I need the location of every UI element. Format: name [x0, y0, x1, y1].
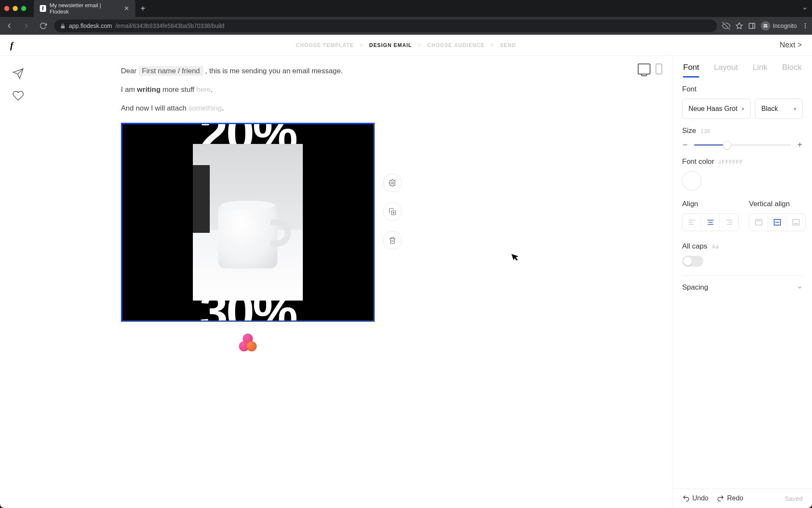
close-window-icon[interactable] — [4, 6, 9, 11]
tab-block[interactable]: Block — [782, 63, 801, 77]
flodesk-logo[interactable]: f — [10, 40, 13, 51]
font-color-hex: #FFFFFF — [719, 159, 743, 165]
undo-button[interactable]: Undo — [682, 494, 708, 502]
valign-middle-button[interactable] — [768, 214, 787, 231]
size-label: Size 130 — [682, 127, 803, 135]
maximize-window-icon[interactable] — [21, 6, 26, 11]
merge-tag-chip[interactable]: First name / friend — [139, 66, 203, 76]
tab-font[interactable]: Font — [683, 63, 699, 77]
step-choose-template[interactable]: CHOOSE TEMPLATE — [296, 42, 354, 48]
size-slider[interactable] — [694, 144, 791, 146]
incognito-icon — [761, 21, 770, 30]
block-settings-button[interactable] — [383, 174, 402, 192]
selected-image-block[interactable]: 20% 30% 30% 30% — [121, 123, 375, 322]
browser-toolbar: app.flodesk.com/email/6343b9334fe5843ba5… — [0, 17, 812, 35]
save-status: Saved — [785, 495, 803, 502]
email-line-2[interactable]: I am writing more stuff here. — [121, 86, 459, 94]
valign-top-button[interactable] — [749, 214, 768, 231]
left-rail — [0, 56, 36, 508]
align-center-button[interactable] — [701, 214, 720, 231]
svg-point-5 — [805, 23, 806, 25]
incognito-indicator[interactable]: Incognito — [761, 21, 797, 30]
back-button[interactable] — [3, 20, 15, 32]
new-tab-button[interactable]: + — [140, 4, 145, 14]
eye-off-icon[interactable] — [722, 22, 730, 30]
sidebar-footer: Undo Redo Saved — [673, 488, 812, 508]
font-color-swatch[interactable] — [682, 171, 702, 190]
email-line-1[interactable]: Dear First name / friend , this is me se… — [121, 67, 459, 75]
slider-thumb[interactable] — [723, 141, 731, 149]
address-bar[interactable]: app.flodesk.com/email/6343b9334fe5843ba5… — [54, 19, 717, 32]
chevron-down-icon: ▾ — [794, 106, 796, 112]
device-preview-toggle — [638, 64, 662, 75]
close-tab-icon[interactable]: ✕ — [124, 5, 129, 12]
size-decrease-button[interactable]: − — [682, 140, 688, 150]
product-image — [193, 144, 303, 301]
allcaps-hint: Aa — [712, 244, 719, 250]
step-separator: > — [491, 42, 494, 48]
svg-rect-21 — [755, 219, 762, 225]
tab-layout[interactable]: Layout — [714, 63, 738, 77]
text: Dear — [121, 67, 139, 75]
browser-menu-icon[interactable] — [802, 22, 809, 29]
font-weight-value: Black — [761, 105, 778, 113]
browser-tab-strip: f My newsletter email | Flodesk ✕ + — [0, 0, 812, 17]
svg-point-4 — [765, 25, 768, 28]
link-text[interactable]: here — [196, 86, 211, 94]
tab-favicon: f — [40, 5, 46, 12]
font-weight-select[interactable]: Black ▾ — [755, 99, 803, 119]
svg-marker-0 — [736, 23, 743, 29]
mobile-preview-button[interactable] — [656, 64, 662, 75]
spacing-accordion[interactable]: Spacing — [682, 275, 803, 299]
reload-button[interactable] — [37, 20, 49, 32]
properties-panel: Font Layout Link Block Font Neue Haas Gr… — [672, 56, 812, 508]
url-host: app.flodesk.com — [69, 22, 112, 29]
step-send[interactable]: SEND — [500, 42, 516, 48]
text: . — [211, 86, 213, 94]
send-test-icon[interactable] — [12, 68, 24, 80]
tabs-overflow-icon[interactable] — [802, 6, 808, 11]
window-controls — [4, 6, 26, 11]
svg-point-8 — [392, 182, 394, 184]
font-color-label: Font color #FFFFFF — [682, 157, 803, 166]
link-text[interactable]: something — [189, 104, 222, 112]
chevron-down-icon: ▾ — [742, 106, 744, 112]
brand-logo-block[interactable] — [121, 334, 375, 351]
svg-point-3 — [764, 25, 766, 28]
step-choose-audience[interactable]: CHOOSE AUDIENCE — [427, 42, 485, 48]
delete-block-button[interactable] — [383, 231, 402, 250]
text: , this is me sending you an email messag… — [205, 67, 343, 75]
font-family-select[interactable]: Neue Haas Grot ▾ — [682, 99, 751, 119]
align-right-button[interactable] — [720, 214, 738, 231]
duplicate-block-button[interactable] — [383, 202, 402, 221]
tab-link[interactable]: Link — [753, 63, 768, 77]
next-button[interactable]: Next > — [779, 41, 802, 50]
wizard-steps: CHOOSE TEMPLATE > DESIGN EMAIL > CHOOSE … — [296, 42, 516, 48]
allcaps-toggle[interactable] — [682, 256, 703, 267]
align-label: Align — [682, 200, 739, 208]
block-action-buttons — [383, 174, 402, 250]
tab-title: My newsletter email | Flodesk — [49, 2, 118, 15]
valign-bottom-button[interactable] — [787, 214, 805, 231]
sidebar-tabs: Font Layout Link Block — [673, 56, 812, 77]
size-increase-button[interactable]: + — [797, 140, 803, 150]
svg-rect-25 — [793, 219, 799, 225]
font-family-value: Neue Haas Grot — [689, 105, 738, 113]
bookmark-star-icon[interactable] — [735, 22, 743, 30]
chevron-down-icon — [797, 284, 803, 290]
step-design-email[interactable]: DESIGN EMAIL — [369, 42, 412, 48]
favorite-icon[interactable] — [12, 90, 24, 102]
email-line-3[interactable]: And now I will attach something. — [121, 104, 459, 113]
font-section-label: Font — [682, 85, 803, 94]
valign-label: Vertical align — [749, 200, 806, 208]
desktop-preview-button[interactable] — [638, 64, 650, 75]
minimize-window-icon[interactable] — [13, 6, 18, 11]
browser-tab[interactable]: f My newsletter email | Flodesk ✕ — [34, 0, 135, 18]
url-path: /email/6343b9334fe5843ba5b70338/build — [115, 22, 225, 29]
align-left-button[interactable] — [683, 214, 701, 231]
allcaps-label: All caps Aa — [682, 242, 803, 251]
redo-button[interactable]: Redo — [717, 494, 743, 502]
lock-icon — [60, 23, 66, 29]
side-panel-icon[interactable] — [748, 22, 756, 30]
forward-button[interactable] — [20, 20, 32, 32]
